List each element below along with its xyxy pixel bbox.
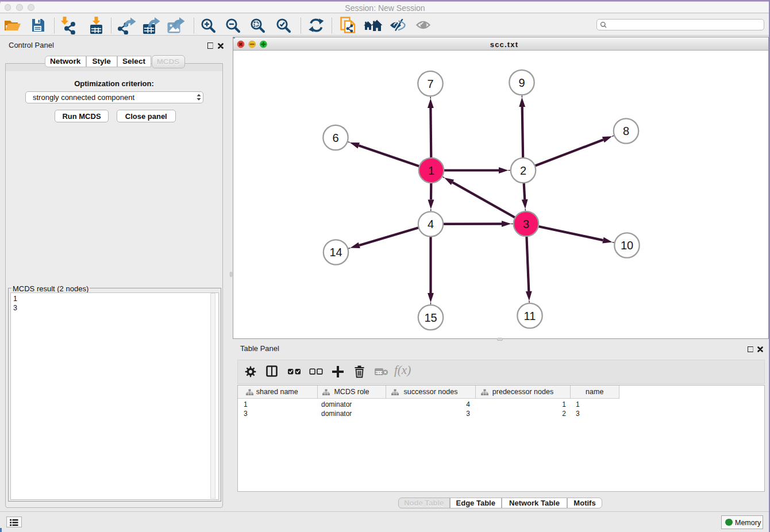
svg-text:9: 9 [518,76,525,89]
svg-text:15: 15 [424,311,437,324]
svg-text:4: 4 [428,218,434,230]
svg-text:14: 14 [329,246,342,259]
svg-text:3: 3 [523,218,529,230]
svg-text:2: 2 [520,164,526,177]
svg-text:8: 8 [623,125,629,137]
svg-text:1: 1 [428,164,434,177]
svg-text:6: 6 [332,132,338,144]
svg-text:7: 7 [427,78,433,90]
svg-text:10: 10 [621,239,633,252]
svg-text:11: 11 [524,310,536,322]
